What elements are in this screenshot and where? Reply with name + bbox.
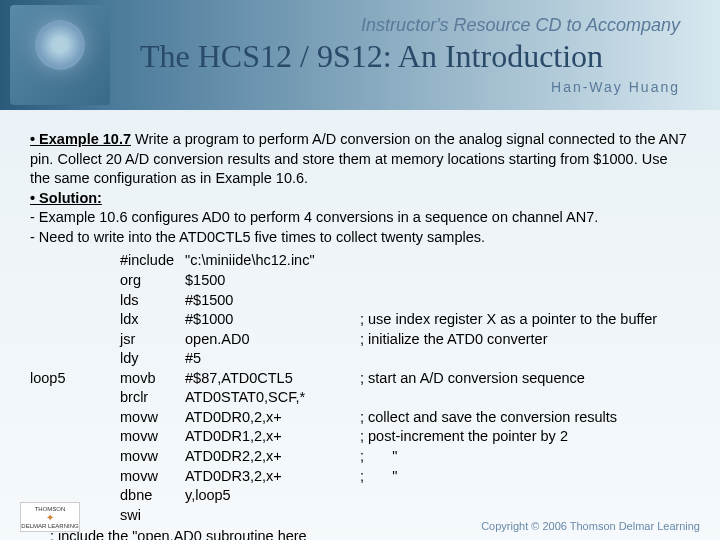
code-op: brclr — [120, 388, 185, 408]
code-op: movb — [120, 369, 185, 389]
code-label — [30, 291, 120, 311]
code-args: "c:\miniide\hc12.inc" — [185, 251, 360, 271]
solution-line-1: - Example 10.6 configures AD0 to perform… — [30, 208, 690, 228]
code-args: ATD0DR2,2,x+ — [185, 447, 360, 467]
slide-footer: THOMSON ✦ DELMAR LEARNING Copyright © 20… — [0, 502, 720, 532]
code-comment — [360, 291, 690, 311]
code-comment: ; " — [360, 467, 690, 487]
code-op: lds — [120, 291, 185, 311]
code-args: #$87,ATD0CTL5 — [185, 369, 360, 389]
code-row: loop5 movb #$87,ATD0CTL5 ; start an A/D … — [30, 369, 690, 389]
code-label — [30, 427, 120, 447]
star-icon: ✦ — [46, 512, 54, 523]
code-comment: ; post-increment the pointer by 2 — [360, 427, 690, 447]
code-comment — [360, 349, 690, 369]
solution-line-2: - Need to write into the ATD0CTL5 five t… — [30, 228, 690, 248]
code-label — [30, 310, 120, 330]
copyright-text: Copyright © 2006 Thomson Delmar Learning — [481, 520, 700, 532]
code-row: #include "c:\miniide\hc12.inc" — [30, 251, 690, 271]
code-comment: ; initialize the ATD0 converter — [360, 330, 690, 350]
code-label — [30, 271, 120, 291]
code-args: #$1500 — [185, 291, 360, 311]
code-args: #$1000 — [185, 310, 360, 330]
code-label — [30, 388, 120, 408]
code-block: #include "c:\miniide\hc12.inc" org $1500… — [30, 251, 690, 525]
code-row: brclr ATD0STAT0,SCF,* — [30, 388, 690, 408]
code-row: ldy #5 — [30, 349, 690, 369]
code-args: ATD0DR0,2,x+ — [185, 408, 360, 428]
code-op: #include — [120, 251, 185, 271]
code-comment: ; start an A/D conversion sequence — [360, 369, 690, 389]
slide-header: Instructor's Resource CD to Accompany Th… — [0, 0, 720, 110]
code-row: ldx #$1000 ; use index register X as a p… — [30, 310, 690, 330]
code-label — [30, 330, 120, 350]
code-args: ATD0DR3,2,x+ — [185, 467, 360, 487]
solution-label: • Solution: — [30, 190, 102, 206]
code-op: movw — [120, 427, 185, 447]
code-label — [30, 447, 120, 467]
code-op: jsr — [120, 330, 185, 350]
code-op: ldy — [120, 349, 185, 369]
code-row: movw ATD0DR1,2,x+ ; post-increment the p… — [30, 427, 690, 447]
example-label: • Example 10.7 — [30, 131, 131, 147]
header-author: Han-Way Huang — [140, 79, 720, 95]
header-text-block: Instructor's Resource CD to Accompany Th… — [110, 15, 720, 95]
example-block: • Example 10.7 Write a program to perfor… — [30, 130, 690, 189]
slide-content: • Example 10.7 Write a program to perfor… — [0, 110, 720, 540]
code-comment — [360, 388, 690, 408]
code-comment — [360, 271, 690, 291]
code-args: open.AD0 — [185, 330, 360, 350]
code-row: movw ATD0DR3,2,x+ ; " — [30, 467, 690, 487]
code-args: ATD0DR1,2,x+ — [185, 427, 360, 447]
code-op: movw — [120, 408, 185, 428]
code-op: movw — [120, 467, 185, 487]
code-label — [30, 349, 120, 369]
code-row: movw ATD0DR2,2,x+ ; " — [30, 447, 690, 467]
code-op: org — [120, 271, 185, 291]
publisher-logo: THOMSON ✦ DELMAR LEARNING — [20, 502, 80, 532]
code-comment — [360, 251, 690, 271]
code-comment: ; collect and save the conversion result… — [360, 408, 690, 428]
header-subtitle: Instructor's Resource CD to Accompany — [140, 15, 720, 36]
code-row: movw ATD0DR0,2,x+ ; collect and save the… — [30, 408, 690, 428]
code-op: movw — [120, 447, 185, 467]
code-row: lds #$1500 — [30, 291, 690, 311]
header-logo-graphic — [10, 5, 110, 105]
code-row: org $1500 — [30, 271, 690, 291]
code-label — [30, 251, 120, 271]
code-args: ATD0STAT0,SCF,* — [185, 388, 360, 408]
code-label: loop5 — [30, 369, 120, 389]
code-label — [30, 467, 120, 487]
code-op: ldx — [120, 310, 185, 330]
solution-label-line: • Solution: — [30, 189, 690, 209]
header-title: The HCS12 / 9S12: An Introduction — [140, 38, 720, 75]
publisher-name-bottom: DELMAR LEARNING — [21, 523, 78, 529]
code-label — [30, 408, 120, 428]
code-args: #5 — [185, 349, 360, 369]
code-args: $1500 — [185, 271, 360, 291]
code-comment: ; use index register X as a pointer to t… — [360, 310, 690, 330]
code-comment: ; " — [360, 447, 690, 467]
code-row: jsr open.AD0 ; initialize the ATD0 conve… — [30, 330, 690, 350]
